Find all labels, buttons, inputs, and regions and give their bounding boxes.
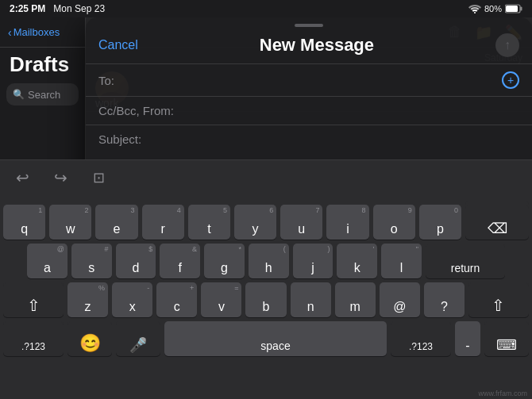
key-m[interactable]: m: [335, 282, 376, 317]
ccbcc-label: Cc/Bcc, From:: [98, 104, 174, 117]
to-input[interactable]: [121, 74, 495, 87]
status-icons: 80%: [468, 4, 522, 13]
to-field[interactable]: To: +: [86, 63, 532, 96]
svg-point-0: [474, 12, 476, 13]
ccbcc-field[interactable]: Cc/Bcc, From:: [86, 96, 532, 125]
return-key[interactable]: return: [426, 244, 505, 278]
key-dash[interactable]: -: [455, 321, 480, 356]
ccbcc-input[interactable]: [180, 104, 519, 117]
subject-label: Subject:: [98, 132, 141, 146]
shift-key-right[interactable]: ⇧: [468, 282, 529, 317]
dismiss-icon: ⌨: [496, 338, 517, 352]
num-label: .?123: [21, 341, 45, 352]
keyboard-row-a: @a #s $d &f *g (h )j 'k "l return: [3, 244, 529, 278]
svg-rect-3: [506, 6, 518, 12]
key-x[interactable]: -x: [112, 282, 152, 317]
handle-bar: [295, 24, 323, 27]
key-v[interactable]: =v: [201, 282, 241, 317]
mailboxes-label: Mailboxes: [13, 26, 60, 38]
sidebar-nav: ‹ Mailboxes: [0, 17, 85, 48]
num-key-right[interactable]: .?123: [391, 321, 451, 356]
battery-percent: 80%: [484, 4, 502, 13]
emoji-key[interactable]: 😊: [67, 321, 112, 356]
key-e[interactable]: 3e: [95, 205, 137, 240]
search-bar[interactable]: 🔍: [6, 83, 79, 106]
mailboxes-back-button[interactable]: ‹ Mailboxes: [8, 26, 60, 39]
num-key[interactable]: .?123: [3, 321, 64, 356]
key-l[interactable]: "l: [381, 244, 422, 278]
dismiss-keyboard-key[interactable]: ⌨: [484, 321, 529, 356]
subject-field[interactable]: Subject:: [86, 125, 532, 153]
key-b[interactable]: b: [245, 282, 286, 317]
key-t[interactable]: 5t: [188, 205, 230, 240]
key-f[interactable]: &f: [160, 244, 200, 278]
paste-icon: ⊡: [93, 169, 105, 186]
key-question[interactable]: ?: [424, 282, 465, 317]
key-j[interactable]: )j: [293, 244, 333, 278]
key-c[interactable]: +c: [156, 282, 197, 317]
shift-key[interactable]: ⇧: [3, 282, 64, 317]
mic-key[interactable]: 🎤: [116, 321, 160, 356]
status-bar: 2:25 PM Mon Sep 23 80%: [0, 0, 532, 17]
battery-icon: [505, 4, 522, 13]
key-z[interactable]: %z: [67, 282, 108, 317]
key-k[interactable]: 'k: [337, 244, 377, 278]
return-label: return: [451, 262, 480, 274]
keyboard-row-bottom: .?123 😊 🎤 space .?123 - ⌨: [3, 321, 529, 356]
key-o[interactable]: 9o: [373, 205, 415, 240]
to-label: To:: [98, 74, 114, 87]
space-key[interactable]: space: [164, 321, 387, 356]
redo-icon: ↪: [54, 168, 67, 187]
key-i[interactable]: 8i: [326, 205, 368, 240]
back-chevron-icon: ‹: [8, 26, 12, 39]
search-input[interactable]: [28, 89, 72, 101]
status-time: 2:25 PM: [10, 3, 45, 14]
key-y[interactable]: 6y: [234, 205, 276, 240]
keyboard-row-q: 1q 2w 3e 4r 5t 6y 7u 8i 9o 0p ⌫: [3, 205, 529, 240]
key-s[interactable]: #s: [71, 244, 112, 278]
wifi-icon: [468, 4, 481, 13]
key-w[interactable]: 2w: [49, 205, 91, 240]
keyboard-toolbar: ↩ ↪ ⊡: [0, 159, 532, 194]
subject-input[interactable]: [148, 132, 519, 146]
key-r[interactable]: 4r: [142, 205, 184, 240]
key-d[interactable]: $d: [116, 244, 156, 278]
status-date: Mon Sep 23: [53, 3, 105, 14]
add-recipient-button[interactable]: +: [502, 71, 519, 89]
delete-key[interactable]: ⌫: [465, 205, 529, 240]
key-at[interactable]: @: [380, 282, 420, 317]
keyboard: 1q 2w 3e 4r 5t 6y 7u 8i 9o 0p ⌫ @a #s $d…: [0, 194, 532, 399]
mic-icon: 🎤: [129, 338, 147, 352]
keyboard-row-z: ⇧ %z -x +c =v b n m @ ? ⇧: [3, 282, 529, 317]
compose-header: Cancel New Message ↑: [86, 30, 532, 63]
svg-rect-2: [521, 7, 522, 11]
emoji-icon: 😊: [79, 335, 101, 352]
undo-icon: ↩: [16, 168, 29, 187]
search-icon: 🔍: [13, 89, 25, 100]
drafts-title: Drafts: [0, 48, 85, 80]
send-arrow-icon: ↑: [504, 39, 511, 52]
undo-button[interactable]: ↩: [10, 165, 35, 190]
shift-icon: ⇧: [27, 297, 40, 313]
cancel-button[interactable]: Cancel: [98, 38, 138, 52]
space-label: space: [260, 340, 290, 352]
key-p[interactable]: 0p: [419, 205, 461, 240]
num-right-label: .?123: [409, 341, 433, 352]
key-n[interactable]: n: [291, 282, 331, 317]
key-q[interactable]: 1q: [3, 205, 45, 240]
delete-icon: ⌫: [488, 221, 507, 236]
compose-title: New Message: [260, 35, 374, 56]
shift-right-icon: ⇧: [492, 297, 505, 313]
watermark: www.frfam.com: [478, 389, 527, 397]
key-g[interactable]: *g: [204, 244, 245, 278]
key-a[interactable]: @a: [27, 244, 67, 278]
key-u[interactable]: 7u: [280, 205, 322, 240]
key-h[interactable]: (h: [249, 244, 289, 278]
send-button[interactable]: ↑: [495, 33, 519, 57]
redo-button[interactable]: ↪: [48, 165, 73, 190]
modal-handle: [86, 17, 532, 30]
paste-button[interactable]: ⊡: [86, 165, 111, 190]
